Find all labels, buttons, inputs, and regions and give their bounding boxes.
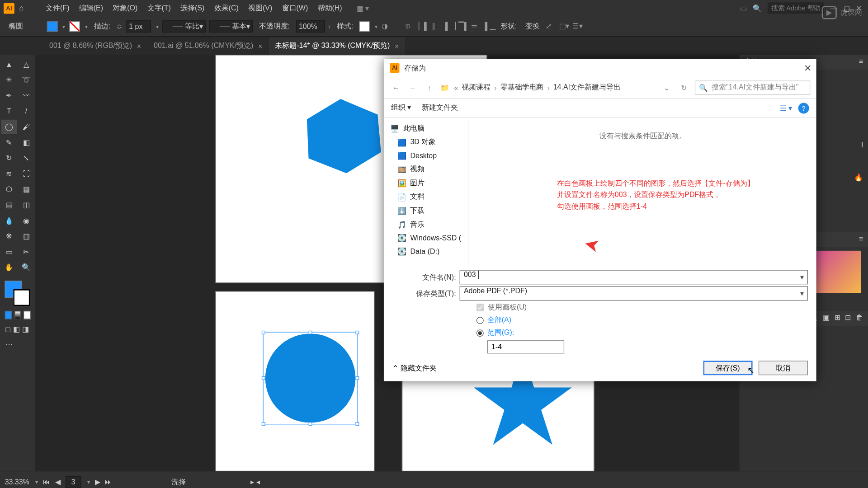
fill-swatch[interactable]: [47, 21, 58, 32]
mesh-tool[interactable]: ▤: [1, 198, 17, 212]
new-folder-button[interactable]: 新建文件夹: [422, 103, 458, 113]
save-button[interactable]: 保存(S): [703, 361, 752, 375]
new-layer-icon[interactable]: ⊡: [845, 313, 851, 324]
range-input[interactable]: [487, 340, 564, 353]
free-transform[interactable]: ⛶: [19, 167, 34, 181]
all-radio[interactable]: [476, 317, 484, 324]
dialog-search-input[interactable]: 🔍 搜索"14.AI文件新建与导出": [695, 80, 810, 95]
nav-fwd-icon[interactable]: →: [406, 83, 419, 92]
expand-icon[interactable]: ▸ ◂: [250, 478, 259, 487]
graph-tool[interactable]: ▥: [19, 229, 34, 244]
range-radio[interactable]: [476, 329, 484, 337]
color-mode-row[interactable]: [1, 309, 34, 322]
file-list-area[interactable]: 没有与搜索条件匹配的项。 在白色画板上绘制四个不同的图形，然后选择【文件-存储为…: [469, 118, 816, 266]
menu-edit[interactable]: 编辑(E): [74, 3, 108, 14]
align-r-icon[interactable]: ▌▕: [445, 21, 455, 31]
menu-view[interactable]: 视图(V): [243, 3, 277, 14]
flame-icon[interactable]: 🔥: [854, 173, 863, 182]
rotate-tool[interactable]: ↻: [1, 151, 17, 165]
eraser-tool[interactable]: ◧: [19, 135, 34, 150]
align-m-icon[interactable]: ═: [472, 21, 481, 31]
slice-tool[interactable]: ✂: [19, 245, 34, 259]
dialog-help-icon[interactable]: ?: [798, 103, 809, 113]
search-input[interactable]: 搜索 Adobe 帮助: [768, 2, 824, 14]
clip-icon[interactable]: ▣: [823, 313, 830, 324]
menu-effect[interactable]: 效果(C): [209, 3, 243, 14]
delete-layer-icon[interactable]: 🗑: [856, 313, 863, 324]
hand-tool[interactable]: ✋: [1, 260, 17, 275]
zoom-level[interactable]: 33.33%: [5, 478, 29, 487]
brush-tool[interactable]: 🖌: [19, 120, 34, 134]
arrange-icon2[interactable]: ☰▾: [572, 21, 582, 31]
doctab-1[interactable]: 001.ai @ 51.06% (CMYK/预览)×: [148, 37, 269, 55]
edit-toolbar[interactable]: ⋯: [1, 337, 17, 352]
isolate-icon[interactable]: ⤢: [546, 21, 555, 31]
magic-wand-tool[interactable]: ✳: [1, 73, 17, 87]
doctab-2[interactable]: 未标题-14* @ 33.33% (CMYK/预览)×: [269, 37, 405, 55]
curvature-tool[interactable]: 〰: [19, 89, 34, 103]
blend-tool[interactable]: ◉: [19, 213, 34, 228]
shape-builder[interactable]: ⬡: [1, 182, 17, 197]
menu-type[interactable]: 文字(T): [142, 3, 176, 14]
nav-back-icon[interactable]: ←: [390, 83, 402, 92]
home-icon[interactable]: ⌂: [19, 3, 29, 13]
filetype-dropdown[interactable]: Adobe PDF (*.PDF): [460, 286, 808, 300]
stroke-swatch[interactable]: [69, 21, 80, 32]
group-icon[interactable]: ⬚▾: [559, 21, 569, 31]
next-artboard-icon[interactable]: ▶: [95, 478, 100, 487]
nav-up-icon[interactable]: ↑: [424, 83, 436, 92]
align-c-icon[interactable]: ‖: [432, 21, 441, 31]
recolor-icon[interactable]: ◑: [382, 21, 391, 31]
use-artboards-checkbox[interactable]: [476, 304, 484, 311]
brush-dropdown[interactable]: ── 基本 ▾: [210, 20, 253, 33]
prev-artboard-icon[interactable]: ◀: [55, 478, 61, 487]
panel-menu-icon[interactable]: ≡: [859, 57, 863, 67]
gradient-tool[interactable]: ◫: [19, 198, 34, 212]
profile-dropdown[interactable]: ── 等比 ▾: [163, 20, 206, 33]
artboard-tool[interactable]: ▭: [1, 245, 17, 259]
cancel-button[interactable]: 取消: [759, 361, 808, 375]
type-tool[interactable]: T: [1, 104, 17, 118]
menu-file[interactable]: 文件(F): [41, 3, 74, 14]
view-mode-icon[interactable]: ☰ ▾: [780, 104, 792, 113]
folder-tree[interactable]: 🖥️此电脑 🟦3D 对象 🟦Desktop 🎞️视频 🖼️图片 📄文档 ⬇️下载…: [384, 118, 469, 266]
breadcrumb[interactable]: « 视频课程› 零基础学电商› 14.AI文件新建与导出 ⌄: [454, 82, 673, 93]
first-artboard-icon[interactable]: ⏮: [43, 478, 50, 487]
lasso-tool[interactable]: ➰: [19, 73, 34, 87]
workspace-switch[interactable]: ▦ ▾: [357, 4, 369, 13]
menu-help[interactable]: 帮助(H): [313, 3, 347, 14]
pen-tool[interactable]: ✒: [1, 89, 17, 103]
panel-menu-icon[interactable]: ≡: [859, 235, 863, 245]
ellipse-tool[interactable]: ◯: [1, 120, 17, 134]
organize-button[interactable]: 组织 ▾: [391, 103, 411, 113]
width-tool[interactable]: ≋: [1, 167, 17, 181]
arrange-icon[interactable]: ▭: [740, 4, 747, 13]
perspective-tool[interactable]: ▦: [19, 182, 34, 197]
dialog-close-icon[interactable]: ✕: [804, 62, 811, 74]
artboard-number[interactable]: 3: [66, 476, 81, 488]
doctab-0[interactable]: 001 @ 8.68% (RGB/预览)×: [43, 37, 147, 55]
refresh-icon[interactable]: ↻: [678, 83, 690, 92]
filename-input[interactable]: 003: [460, 270, 808, 284]
direct-select-tool[interactable]: △: [19, 57, 34, 71]
opacity-input[interactable]: [296, 20, 325, 33]
zoom-tool[interactable]: 🔍: [19, 260, 34, 275]
menu-window[interactable]: 窗口(W): [277, 3, 313, 14]
shape-hexagon[interactable]: [300, 98, 384, 176]
align-b-icon[interactable]: ▌▁: [485, 21, 495, 31]
align-icon[interactable]: ⎅: [406, 21, 415, 31]
hide-folders-toggle[interactable]: ⌃ 隐藏文件夹: [392, 363, 437, 373]
color-picker[interactable]: [1, 278, 34, 307]
line-tool[interactable]: /: [19, 104, 34, 118]
eyedropper-tool[interactable]: 💧: [1, 213, 17, 228]
menu-select[interactable]: 选择(S): [176, 3, 210, 14]
shaper-tool[interactable]: ✎: [1, 135, 17, 150]
align-t-icon[interactable]: ▔▌: [458, 21, 468, 31]
scale-tool[interactable]: ⤡: [19, 151, 34, 165]
selection-tool[interactable]: ▲: [1, 57, 17, 71]
menu-object[interactable]: 对象(O): [108, 3, 142, 14]
last-artboard-icon[interactable]: ⏭: [105, 478, 112, 487]
new-sublayer-icon[interactable]: ⊞: [835, 313, 840, 324]
symbol-tool[interactable]: ❋: [1, 229, 17, 244]
screen-mode-row[interactable]: ◻◧◨: [1, 323, 34, 336]
